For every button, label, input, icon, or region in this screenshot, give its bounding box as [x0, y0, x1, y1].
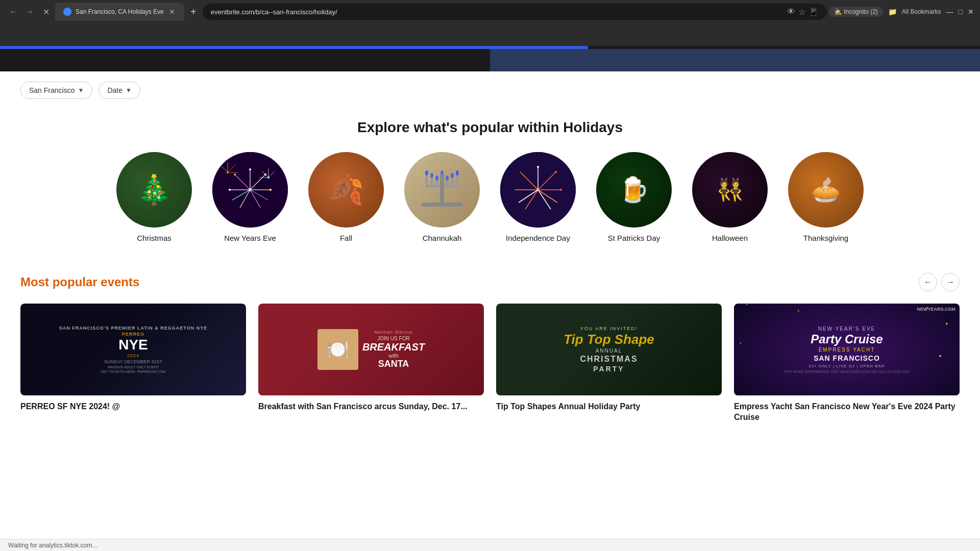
stpatricks-icon: 🍺 — [596, 152, 672, 228]
date-filter[interactable]: Date ▼ — [99, 82, 140, 99]
svg-point-55 — [537, 166, 539, 168]
event-card-breakfast[interactable]: 🍽️ Neiman Marcus JOIN US FOR BREAKFAST w… — [258, 304, 484, 423]
event-title-empress: Empress Yacht San Francisco New Year's E… — [734, 402, 960, 423]
incognito-label: Incognito (2) — [844, 8, 878, 15]
forward-button[interactable]: → — [22, 5, 37, 19]
window-minimize[interactable]: — — [946, 8, 953, 16]
event-card-tiptop[interactable]: YOU ARE INVITED! Tip Top Shape ANNUAL CH… — [496, 304, 722, 423]
event-card-empress[interactable]: NEWYEARS.COM NEW YEAR'S EVE Party Cruise… — [734, 304, 960, 423]
new-tab-button[interactable]: + — [186, 5, 201, 19]
window-close[interactable]: ✕ — [968, 8, 974, 16]
svg-point-56 — [560, 189, 562, 191]
svg-rect-31 — [431, 177, 433, 187]
category-item-christmas[interactable]: 🎄 Christmas — [116, 152, 192, 242]
perreo-detail: MASSIVE ADULT ONLY EVENT — [108, 365, 159, 369]
svg-point-37 — [430, 173, 433, 178]
svg-rect-32 — [436, 180, 438, 187]
category-item-channukah[interactable]: Channukah — [404, 152, 480, 242]
category-item-fall[interactable]: 🍂 Fall — [308, 152, 384, 242]
category-circle-stpatricks: 🍺 — [596, 152, 672, 228]
category-circle-christmas: 🎄 — [116, 152, 192, 228]
empress-line6: FOR MORE INFORMATION VISIT NEWYEARS.COM … — [785, 370, 910, 373]
category-label-halloween: Halloween — [712, 234, 748, 242]
svg-point-13 — [249, 168, 251, 170]
popular-section: Most popular events ← → SAN FRANCISCO'S … — [0, 263, 980, 443]
explore-section: Explore what's popular within Holidays 🎄… — [0, 109, 980, 263]
breakfast-image: 🍽️ Neiman Marcus JOIN US FOR BREAKFAST w… — [258, 304, 484, 395]
perreo-nye: NYE — [118, 338, 148, 352]
tiptop-main: Tip Top Shape — [564, 332, 654, 347]
neiman-marcus-label: Neiman Marcus — [362, 330, 425, 335]
perreo-image: SAN FRANCISCO'S PREMIER LATIN & REGGAETO… — [20, 304, 246, 395]
phone-icon: 📱 — [808, 7, 819, 17]
category-item-nye[interactable]: New Years Eve — [212, 152, 288, 242]
perreo-date: SUNDAY DECEMBER 31ST — [104, 359, 162, 364]
bookmarks-icon[interactable]: 📁 — [888, 8, 897, 16]
menorah-svg — [416, 164, 468, 215]
location-label: San Francisco — [29, 86, 75, 94]
event-image-perreo: SAN FRANCISCO'S PREMIER LATIN & REGGAETO… — [20, 304, 246, 395]
tab-favicon — [63, 8, 71, 16]
nav-arrows: ← → — [919, 273, 960, 291]
empress-line1: NEW YEAR'S EVE — [818, 326, 876, 332]
date-chevron-icon: ▼ — [126, 87, 132, 94]
svg-rect-30 — [426, 174, 428, 187]
christmas-icon: 🎄 — [116, 152, 192, 228]
svg-rect-26 — [440, 174, 444, 205]
category-label-stpatricks: St Patricks Day — [608, 234, 660, 242]
tab-close-button[interactable]: ✕ — [168, 8, 176, 16]
independence-icon — [500, 152, 576, 228]
reload-button[interactable]: ✕ — [39, 5, 53, 19]
location-filter[interactable]: San Francisco ▼ — [20, 82, 92, 99]
star-icon[interactable]: ☆ — [798, 7, 805, 17]
category-label-nye: New Years Eve — [224, 234, 276, 242]
join-us-label: JOIN US FOR — [362, 336, 425, 341]
category-circle-nye — [212, 152, 288, 228]
category-circle-independence — [500, 152, 576, 228]
fall-icon: 🍂 — [308, 152, 384, 228]
prev-arrow[interactable]: ← — [919, 273, 937, 291]
incognito-icon: 🕵 — [834, 8, 842, 15]
empress-line5: 21+ ONLY | LIVE DJ | OPEN BAR — [808, 364, 885, 368]
category-item-thanksgiving[interactable]: 🥧 Thanksgiving — [788, 152, 864, 242]
address-bar[interactable]: eventbrite.com/b/ca--san-francisco/holid… — [203, 4, 827, 20]
category-label-thanksgiving: Thanksgiving — [803, 234, 848, 242]
empress-overlay: NEWYEARS.COM NEW YEAR'S EVE Party Cruise… — [734, 304, 960, 395]
event-card-perreo[interactable]: SAN FRANCISCO'S PREMIER LATIN & REGGAETO… — [20, 304, 246, 423]
page-content: San Francisco ▼ Date ▼ Explore what's po… — [0, 46, 980, 443]
category-circle-thanksgiving: 🥧 — [788, 152, 864, 228]
next-arrow[interactable]: → — [941, 273, 960, 291]
event-image-empress: NEWYEARS.COM NEW YEAR'S EVE Party Cruise… — [734, 304, 960, 395]
svg-point-54 — [555, 171, 557, 173]
fireworks-svg — [212, 152, 288, 228]
svg-point-39 — [440, 170, 444, 176]
active-tab[interactable]: San Francisco, CA Holidays Eve ✕ — [55, 3, 184, 21]
browser-right-icons: 🕵 Incognito (2) 📁 All Bookmarks — □ ✕ — [829, 7, 974, 17]
window-restore[interactable]: □ — [959, 8, 963, 16]
category-circle-channukah — [404, 152, 480, 228]
svg-point-38 — [435, 176, 438, 181]
svg-rect-27 — [422, 203, 462, 207]
browser-chrome: ← → ✕ San Francisco, CA Holidays Eve ✕ +… — [0, 0, 980, 46]
category-item-halloween[interactable]: 👯 Halloween — [692, 152, 768, 242]
perreo-brand: PERREO — [122, 332, 144, 337]
incognito-badge: 🕵 Incognito (2) — [829, 7, 883, 17]
breakfast-overlay: 🍽️ Neiman Marcus JOIN US FOR BREAKFAST w… — [258, 304, 484, 395]
filters-row: San Francisco ▼ Date ▼ — [0, 71, 980, 109]
location-chevron-icon: ▼ — [78, 87, 84, 94]
empress-image: NEWYEARS.COM NEW YEAR'S EVE Party Cruise… — [734, 304, 960, 395]
tab-title: San Francisco, CA Holidays Eve — [76, 8, 164, 15]
halloween-icon: 👯 — [692, 152, 768, 228]
category-label-independence: Independence Day — [506, 234, 570, 242]
empress-text: NEW YEAR'S EVE Party Cruise EMPRESS YACH… — [734, 304, 960, 395]
tiptop-invited: YOU ARE INVITED! — [580, 326, 638, 331]
category-item-independence[interactable]: Independence Day — [500, 152, 576, 242]
tiptop-overlay: YOU ARE INVITED! Tip Top Shape ANNUAL CH… — [496, 304, 722, 395]
bookmarks-label[interactable]: All Bookmarks — [902, 8, 941, 15]
category-item-stpatricks[interactable]: 🍺 St Patricks Day — [596, 152, 672, 242]
back-button[interactable]: ← — [6, 5, 20, 19]
svg-rect-33 — [446, 180, 448, 187]
tiptop-image: YOU ARE INVITED! Tip Top Shape ANNUAL CH… — [496, 304, 722, 395]
popular-header: Most popular events ← → — [20, 273, 960, 291]
channukah-icon — [404, 152, 480, 228]
